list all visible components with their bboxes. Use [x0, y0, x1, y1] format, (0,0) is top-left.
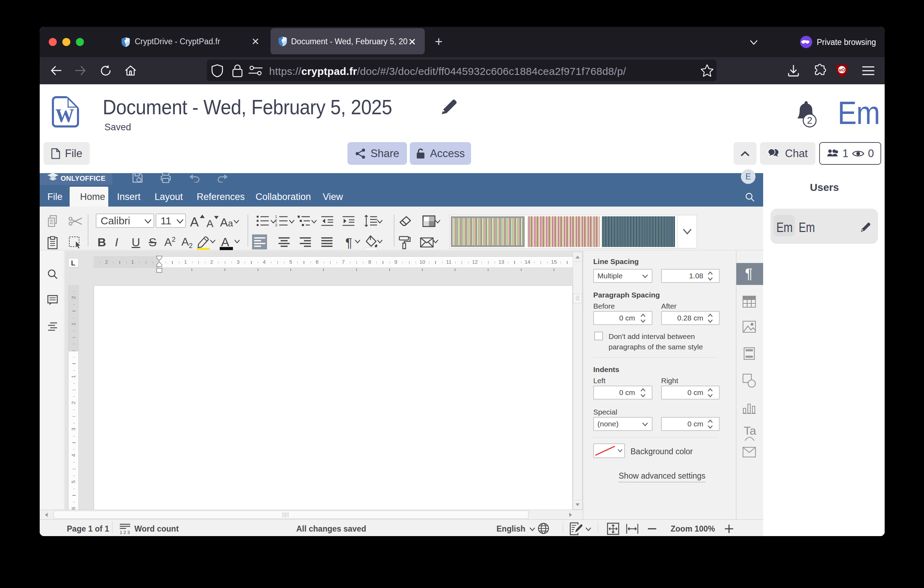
svg-text:2: 2 [807, 115, 812, 126]
svg-text:1 2 3: 1 2 3 [120, 530, 130, 535]
svg-text:uO: uO [839, 67, 845, 73]
svg-text:2: 2 [275, 219, 277, 223]
svg-text:W: W [55, 105, 74, 126]
svg-text:3: 3 [275, 223, 277, 227]
svg-text:1: 1 [275, 215, 277, 219]
